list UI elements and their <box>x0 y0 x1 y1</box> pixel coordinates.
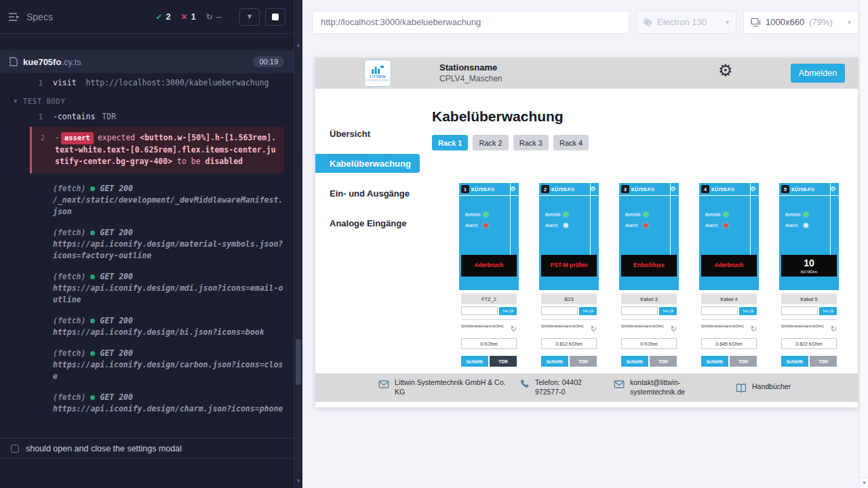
success-dot-icon <box>90 395 95 400</box>
card-lower: Kabel 3 V4.19 Schleifenwiderstand [kOhm]… <box>619 290 679 386</box>
rack-tabs: Rack 1 Rack 2 Rack 3 Rack 4 <box>432 135 858 150</box>
refresh-icon[interactable]: ↻ <box>511 325 517 333</box>
stop-button[interactable] <box>265 8 285 26</box>
littwin-logo-icon <box>370 65 385 75</box>
fetch-log-row[interactable]: (fetch)GET 200 https://api.iconify.desig… <box>53 271 284 306</box>
browser-select[interactable]: Electron 130 ▾ <box>635 11 736 34</box>
nav-item-ein-und-ausgaenge[interactable]: Ein- und Ausgänge <box>315 184 420 203</box>
tdr-button[interactable]: TDR <box>570 356 597 367</box>
tab-rack-1[interactable]: Rack 1 <box>432 135 468 150</box>
betrieb-led <box>644 212 648 217</box>
success-dot-icon <box>90 319 95 323</box>
input-field[interactable] <box>541 306 578 315</box>
card-gear-icon[interactable]: ⚙ <box>830 186 836 192</box>
refresh-icon[interactable]: ↻ <box>591 325 597 333</box>
command-visit[interactable]: 1 visit http://localhost:3000/kabelueber… <box>0 77 294 89</box>
collapsed-test-row[interactable]: should open and close the settings modal <box>0 438 294 459</box>
device-card: 4KÜ705-FO⚙ Betrieb Alarm Aderbruch Kabel… <box>699 183 759 386</box>
scroll-up-arrow[interactable]: ▲ <box>294 42 302 48</box>
card-gear-icon[interactable]: ⚙ <box>590 186 596 192</box>
tdr-button[interactable]: TDR <box>810 356 837 367</box>
fetch-log-row[interactable]: (fetch)GET 200 https://api.iconify.desig… <box>53 227 284 262</box>
card-gear-icon[interactable]: ⚙ <box>510 186 516 192</box>
failed-assert-row[interactable]: 2 -assertexpected <button.w-[50%].h-[1.5… <box>30 127 284 174</box>
schleife-button[interactable]: Schleife <box>701 356 728 367</box>
footer-phone: Telefon: 04402 972577-0 <box>519 378 597 396</box>
tab-rack-2[interactable]: Rack 2 <box>473 135 508 150</box>
command-contains[interactable]: 1 -containsTDR <box>0 111 294 123</box>
tdr-button[interactable]: TDR <box>730 356 757 367</box>
card-gear-icon[interactable]: ⚙ <box>750 186 756 192</box>
scroll-down-arrow[interactable]: ▼ <box>860 477 868 488</box>
resistance-value: 0.812 KOhm <box>541 338 597 349</box>
fetch-log-row[interactable]: (fetch)GET 200 https://api.iconify.desig… <box>53 392 284 415</box>
alarm-led <box>564 223 568 228</box>
schleife-button[interactable]: Schleife <box>541 356 568 367</box>
chevron-down-icon: ▾ <box>726 18 729 26</box>
refresh-icon[interactable]: ↻ <box>751 325 757 333</box>
device-card: 3KÜ705-FO⚙ Betrieb Alarm Erdschluss Kabe… <box>619 183 679 386</box>
fetch-log-row[interactable]: (fetch)GET 200 /_next/static/development… <box>53 183 284 218</box>
runner-scrollbar-thumb[interactable] <box>296 339 301 385</box>
input-field[interactable] <box>701 306 738 315</box>
nav-item-uebersicht[interactable]: Übersicht <box>315 124 420 143</box>
card-number: 2 <box>541 185 549 193</box>
alarm-led <box>804 223 808 228</box>
betrieb-led <box>724 212 728 217</box>
stat-pending: ↻-- <box>206 12 222 22</box>
app-main: Kabelüberwachung Rack 1 Rack 2 Rack 3 Ra… <box>420 89 858 407</box>
input-field[interactable] <box>781 306 818 315</box>
version-badge: V4.19 <box>579 307 597 315</box>
status-display: PST-M prüfen <box>541 255 597 277</box>
page-title: Kabelüberwachung <box>432 108 858 125</box>
schleife-button[interactable]: Schleife <box>781 356 808 367</box>
scroll-down-arrow[interactable]: ▼ <box>294 478 302 484</box>
cable-name: B23 <box>541 293 597 304</box>
logout-button[interactable]: Abmelden <box>791 64 845 83</box>
refresh-icon[interactable]: ↻ <box>671 325 677 333</box>
card-model: KÜ705-FO <box>711 187 734 192</box>
nav-item-kabelueberwachung[interactable]: Kabelüberwachung <box>315 154 420 173</box>
failed-icon: ✕ <box>181 12 188 22</box>
spec-file-row[interactable]: kue705fo .cy.ts 00:19 <box>0 50 294 73</box>
alarm-led <box>644 223 648 228</box>
schleife-button[interactable]: Schleife <box>621 356 648 367</box>
footer-manuals-link[interactable]: Handbücher <box>736 382 791 394</box>
tdr-button[interactable]: TDR <box>650 356 677 367</box>
status-display: Erdschluss <box>621 255 677 277</box>
stage: Electron 130 ▾ 1000x660 (79%) ▾ LITTWIN … <box>302 0 859 488</box>
footer-email: kontakt@littwin-systemtechnik.de <box>614 378 698 396</box>
fetch-url: https://api.iconify.design/material-symb… <box>53 239 284 262</box>
tdr-button[interactable]: TDR <box>490 356 517 367</box>
input-field[interactable] <box>621 306 658 315</box>
fetch-log-row[interactable]: (fetch)GET 200 https://api.iconify.desig… <box>53 348 284 382</box>
schleife-button[interactable]: Schleife <box>461 356 488 367</box>
app-header: LITTWIN SYSTEMTECHNIK Stationsname CPLV4… <box>315 58 858 89</box>
visit-url: http://localhost:3000/kabelueberwachung <box>85 78 269 87</box>
test-body-header[interactable]: ▼ TEST BODY <box>14 96 294 107</box>
collapse-button[interactable]: ▼ <box>239 8 260 26</box>
settings-gear-icon[interactable]: ⚙ <box>718 62 733 79</box>
betrieb-led <box>564 212 568 217</box>
card-gear-icon[interactable]: ⚙ <box>670 186 676 192</box>
input-field[interactable] <box>461 306 498 315</box>
device-card: 1KÜ705-FO⚙ Betrieb Alarm Aderbruch FTZ_2… <box>459 183 519 386</box>
page-scrollbar: ▼ <box>859 0 868 488</box>
file-icon <box>9 57 18 66</box>
test-stats: ✓2 ✕1 ↻-- <box>156 12 222 22</box>
card-number: 3 <box>621 185 629 193</box>
refresh-icon[interactable]: ↻ <box>831 325 837 333</box>
tab-rack-3[interactable]: Rack 3 <box>513 135 549 150</box>
cypress-runner-panel: Specs ✓2 ✕1 ↻-- ▼ kue705fo .cy.ts 00:19 … <box>0 0 294 488</box>
viewport-select[interactable]: 1000x660 (79%) ▾ <box>743 11 859 34</box>
card-model: KÜ706-FO <box>791 187 814 192</box>
contact-icon <box>378 379 389 390</box>
fetch-log-row[interactable]: (fetch)GET 200 https://api.iconify.desig… <box>53 315 284 338</box>
url-input[interactable] <box>312 11 629 34</box>
tab-rack-4[interactable]: Rack 4 <box>553 135 589 150</box>
fetch-url: /_next/static/development/_devMiddleware… <box>53 195 284 218</box>
nav-item-analoge-eingaenge[interactable]: Analoge Eingänge <box>315 214 420 232</box>
device-cards: 1KÜ705-FO⚙ Betrieb Alarm Aderbruch FTZ_2… <box>459 183 858 386</box>
cable-name: FTZ_2 <box>461 293 517 304</box>
assert-message: -assertexpected <button.w-[50%].h-[1.563… <box>55 132 279 167</box>
